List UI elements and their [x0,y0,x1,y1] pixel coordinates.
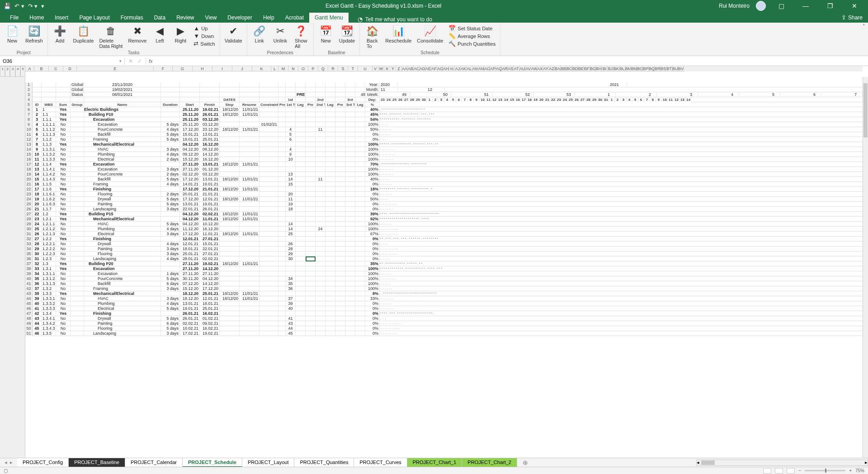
cell[interactable] [220,92,240,97]
cell[interactable]: 2 days [161,192,180,196]
cell[interactable]: No [56,182,71,186]
cell[interactable]: 100% [365,276,380,281]
cell[interactable] [345,217,355,221]
cell[interactable]: 19.01.21 [200,202,220,206]
cell[interactable] [240,142,259,147]
row-header[interactable]: 13 [25,142,33,147]
cell[interactable] [278,217,286,221]
cell[interactable]: 50% [365,197,380,201]
table-row[interactable]: 611YesElectric Buildings25.11.2019.02.21… [33,107,863,112]
cell[interactable] [240,251,259,256]
cell[interactable] [240,117,259,122]
row-header[interactable]: 39 [25,271,33,276]
cell[interactable]: 18.01.21 [200,301,220,306]
row-header[interactable]: 10 [25,127,33,132]
cell[interactable]: Framing [84,286,161,291]
cell[interactable] [345,212,355,216]
cell[interactable] [326,122,335,127]
cell[interactable]: No [56,132,71,137]
cell[interactable]: 5 days [161,137,180,142]
cell[interactable] [306,172,316,176]
cell[interactable]: Mechanical/Electrical [84,291,161,296]
table-row[interactable]: 43381.3.3YesMechanical/Electrical18.12.2… [33,291,863,296]
cell[interactable] [316,112,326,117]
col-header[interactable]: R [328,66,338,71]
cell[interactable]: 18 [286,207,296,211]
cell[interactable]: 0% [365,326,380,331]
cell[interactable] [306,202,316,206]
table-row[interactable]: 20151.1.4.3NoBackfill5 days17.12.2013.01… [33,177,863,182]
cell[interactable] [345,266,355,271]
cell[interactable]: 18/12/20 [220,177,240,181]
cell[interactable] [296,207,306,211]
cell[interactable]: 18/12/20 [220,296,240,301]
cell[interactable] [326,182,335,186]
cell[interactable]: 14.12.20 [200,281,220,286]
cell[interactable]: 1.1.1 [42,117,56,122]
cell[interactable] [335,87,345,92]
cell[interactable]: 0% [365,251,380,256]
cell[interactable]: 18/12/20 [220,232,240,236]
tab-acrobat[interactable]: Acrobat [280,13,309,23]
cell[interactable] [335,316,345,321]
cell[interactable] [278,132,286,137]
cell[interactable] [259,237,278,241]
cell[interactable] [278,271,286,276]
col-header[interactable]: BJ [608,66,613,71]
cell[interactable]: 13.01.21 [180,202,200,206]
cell[interactable] [220,147,240,152]
cell[interactable]: No [56,246,71,251]
add-button[interactable]: ➕Add [51,24,70,49]
outline-strip[interactable] [0,77,25,458]
cell[interactable] [355,157,365,161]
cell[interactable] [355,137,365,142]
cell[interactable]: 1.1.3 [42,142,56,147]
cell[interactable]: 18/12/20 [220,162,240,166]
cell[interactable]: Electrical [84,306,161,311]
cell[interactable]: 1.2.1.2 [42,227,56,231]
cell[interactable]: 100% [365,122,380,127]
cell[interactable] [326,321,335,326]
cell[interactable]: 1.3.1.3 [42,281,56,286]
cell[interactable] [355,242,365,246]
cell[interactable]: 100% [365,147,380,152]
cell[interactable] [345,321,355,326]
cell[interactable]: 42 [33,311,42,316]
cell[interactable] [345,291,355,296]
cell[interactable] [259,276,278,281]
cell[interactable] [316,281,326,286]
cell[interactable] [345,162,355,166]
cell[interactable] [306,192,316,196]
row-header[interactable]: 28 [25,217,33,222]
cell[interactable]: 36 [33,281,42,286]
cell[interactable]: 28.01.21 [180,256,200,261]
table-row[interactable]: 1161.1.1.3NoBackfill5 days15.01.2113.01.… [33,132,863,137]
cell[interactable] [355,251,365,256]
row-header[interactable]: 23 [25,192,33,197]
cell[interactable]: 32 [33,261,42,266]
sheet-tab-project_calendar[interactable]: PROJECT_Calendar [125,458,183,467]
cell[interactable] [220,207,240,211]
cell[interactable] [316,237,326,241]
table-row[interactable]: 16111.1.3.3NoElectrical2 days15.12.2016.… [33,157,863,162]
cell[interactable] [259,266,278,271]
cell[interactable] [220,157,240,161]
cell[interactable] [326,232,335,236]
cell[interactable] [220,301,240,306]
cell[interactable]: 16.02.21 [200,326,220,331]
cell[interactable] [316,122,326,127]
cell[interactable] [335,222,345,226]
cell[interactable] [316,87,326,92]
cell[interactable] [296,212,306,216]
cell[interactable] [71,266,84,271]
cell[interactable] [71,232,84,236]
cell[interactable] [278,187,286,191]
cell[interactable] [326,172,335,176]
cell[interactable] [278,162,286,166]
redo-icon[interactable]: ↷ ▾ [28,3,38,9]
cell[interactable]: 44 [286,326,296,331]
cell[interactable]: 19.01.21 [180,306,200,311]
cell[interactable]: 25 [286,232,296,236]
cell[interactable]: 1.1.6.2 [42,197,56,201]
qat-customize-icon[interactable]: ▾ [41,3,44,9]
